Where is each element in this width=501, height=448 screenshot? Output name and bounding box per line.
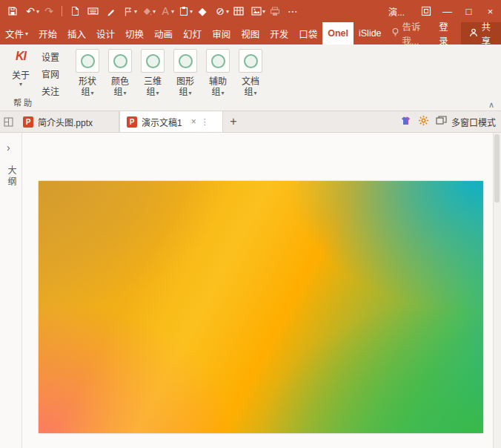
circle-icon xyxy=(81,54,95,68)
print-button[interactable] xyxy=(266,2,284,20)
caret-down-icon: ▾ xyxy=(254,90,257,96)
file-caret-icon: ▾ xyxy=(25,30,28,37)
settings-gear-icon[interactable] xyxy=(418,115,429,128)
document-group-icon[interactable] xyxy=(239,49,262,73)
tab-onekeytools[interactable]: Onel xyxy=(322,22,354,45)
doc-tab-intro[interactable]: P 简介头图.pptx xyxy=(16,111,119,132)
tell-me-search[interactable]: 告诉我... xyxy=(387,22,432,45)
tab-developer[interactable]: 开发 xyxy=(265,22,293,45)
group-assist[interactable]: 辅助组▾ xyxy=(202,48,234,111)
window-title: 演... xyxy=(388,5,405,18)
table-button[interactable] xyxy=(230,2,248,20)
tab-review[interactable]: 审阅 xyxy=(207,22,236,45)
redo-button[interactable]: ↷ xyxy=(40,2,58,20)
pen-button[interactable] xyxy=(102,2,119,20)
scrollbar-thumb[interactable] xyxy=(494,134,500,202)
tab-design[interactable]: 设计 xyxy=(91,22,120,45)
person-icon xyxy=(469,28,478,39)
colors-group-icon[interactable] xyxy=(108,49,132,73)
tab-pocket[interactable]: 口袋 xyxy=(293,22,322,45)
onekeytools-logo: KI xyxy=(16,48,26,65)
tell-me-label: 告诉我... xyxy=(402,19,428,47)
fill-color-caret-icon[interactable]: ▾ xyxy=(153,8,156,15)
toolbar-divider xyxy=(62,6,62,16)
tab-home[interactable]: 开始 xyxy=(33,22,62,45)
tab-view[interactable]: 视图 xyxy=(236,22,265,45)
paste-caret-icon[interactable]: ▾ xyxy=(190,8,193,15)
group-3d[interactable]: 三维组▾ xyxy=(136,48,169,111)
caret-down-icon: ▾ xyxy=(156,90,159,96)
maximize-button[interactable]: □ xyxy=(458,0,480,22)
doc-tab-label: 演示文稿1 xyxy=(142,116,182,128)
multiwindow-icon[interactable] xyxy=(436,116,447,128)
slide-panel-collapsed: › 大纲 xyxy=(0,133,22,448)
group-shapes[interactable]: 形状组▾ xyxy=(71,48,104,111)
wps-presentation-window: ↶ ▾ ↷ ▾ ▾ A ▾ ▾ ◆ ⊘ ▾ xyxy=(0,0,501,448)
shapes-group-icon[interactable] xyxy=(76,49,99,73)
workspace-icon[interactable] xyxy=(0,111,16,132)
font-color-caret-icon[interactable]: ▾ xyxy=(171,8,174,15)
close-tab-icon[interactable]: × xyxy=(191,116,196,127)
doc-tab-label: 简介头图.pptx xyxy=(38,116,93,128)
about-caret-icon: ▾ xyxy=(19,81,22,88)
settings-link[interactable]: 设置 xyxy=(42,53,59,64)
3d-group-label: 三维组▾ xyxy=(144,76,162,99)
undo-caret-icon[interactable]: ▾ xyxy=(36,8,39,15)
tab-slideshow[interactable]: 幻灯 xyxy=(178,22,207,45)
tab-file[interactable]: 文件▾ xyxy=(0,22,33,45)
bulb-icon xyxy=(391,27,399,39)
tab-islide[interactable]: iSlide xyxy=(354,22,387,45)
new-tab-button[interactable]: + xyxy=(223,111,244,132)
outline-panel-tab[interactable]: 大纲 xyxy=(5,165,18,188)
skin-center-icon[interactable] xyxy=(400,116,411,128)
pptx-file-icon: P xyxy=(127,116,137,128)
share-button[interactable]: 共享 xyxy=(461,22,501,45)
tab-transition[interactable]: 切换 xyxy=(120,22,149,45)
docbar-right: 多窗口模式 xyxy=(400,111,501,132)
circle-icon xyxy=(179,54,193,68)
ribbon-content: KI 关于 ▾ 设置 官网 关注 形状组▾ 颜色组▾ 三维组▾ xyxy=(0,45,501,111)
caret-down-icon: ▾ xyxy=(91,90,94,96)
colors-group-label: 颜色组▾ xyxy=(111,76,129,99)
tab-insert[interactable]: 插入 xyxy=(62,22,91,45)
group-graphics[interactable]: 图形组▾ xyxy=(169,48,202,111)
tab-menu-icon[interactable]: ⋮ xyxy=(201,117,209,127)
group-document[interactable]: 文档组▾ xyxy=(234,48,267,111)
vertical-scrollbar[interactable] xyxy=(493,133,501,448)
expand-panel-icon[interactable]: › xyxy=(7,142,10,154)
keyboard-button[interactable] xyxy=(84,2,102,20)
website-link[interactable]: 官网 xyxy=(42,70,59,81)
save-icon[interactable] xyxy=(4,2,21,20)
document-group-label: 文档组▾ xyxy=(242,76,259,99)
format-painter-caret-icon[interactable]: ▾ xyxy=(134,8,137,15)
multiwindow-label[interactable]: 多窗口模式 xyxy=(451,116,496,128)
outline-color-caret-icon[interactable]: ▾ xyxy=(226,8,229,15)
about-label: 关于 xyxy=(12,70,30,81)
tab-file-label: 文件 xyxy=(5,27,24,41)
tab-animation[interactable]: 动画 xyxy=(149,22,178,45)
assist-group-icon[interactable] xyxy=(206,49,230,73)
group-colors[interactable]: 颜色组▾ xyxy=(104,48,136,111)
menurow-right: 告诉我... 登录 共享 xyxy=(387,22,501,45)
main-area: › 大纲 xyxy=(0,133,501,448)
graphics-group-icon[interactable] xyxy=(173,49,197,73)
login-button[interactable]: 登录 xyxy=(431,22,460,45)
circle-icon xyxy=(244,54,258,68)
follow-link[interactable]: 关注 xyxy=(42,87,59,98)
shape-button[interactable]: ◆ xyxy=(193,2,211,20)
more-commands-button[interactable]: ⋯ xyxy=(284,2,302,20)
circle-icon xyxy=(146,54,160,68)
share-label: 共享 xyxy=(482,19,493,47)
collapse-ribbon-icon[interactable]: ∧ xyxy=(488,100,494,110)
3d-group-icon[interactable] xyxy=(141,49,165,73)
doc-tab-presentation1[interactable]: P 演示文稿1 × ⋮ xyxy=(119,111,223,132)
caret-down-icon: ▾ xyxy=(124,90,127,96)
new-file-button[interactable] xyxy=(66,2,84,20)
slide-gradient-thumbnail[interactable] xyxy=(39,181,483,433)
help-group-label: 帮 助 xyxy=(13,96,32,108)
circle-icon xyxy=(211,54,225,68)
pptx-file-icon: P xyxy=(23,116,33,128)
graphics-group-label: 图形组▾ xyxy=(176,76,194,99)
circle-icon xyxy=(113,54,127,68)
image-caret-icon[interactable]: ▾ xyxy=(262,8,265,15)
